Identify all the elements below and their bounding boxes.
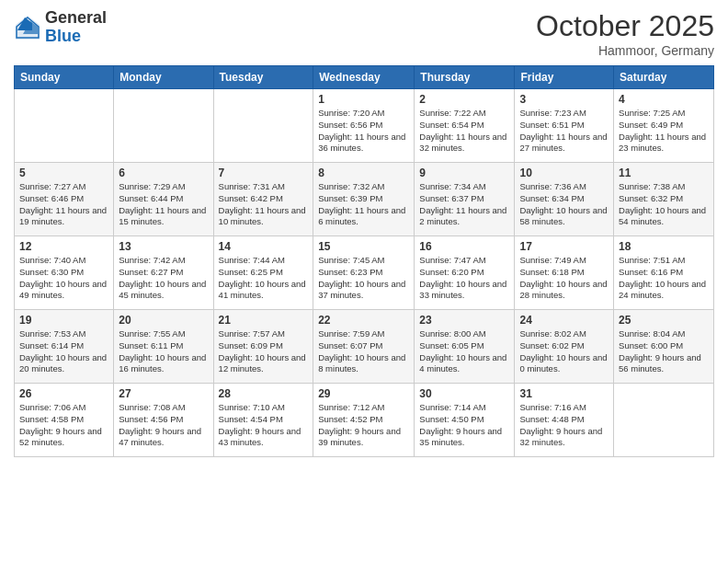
day-number: 12: [19, 240, 108, 253]
day-number: 28: [219, 387, 309, 400]
day-info: Sunrise: 7:59 AM Sunset: 6:07 PM Dayligh…: [318, 328, 409, 375]
day-cell: 25Sunrise: 8:04 AM Sunset: 6:00 PM Dayli…: [614, 310, 714, 384]
day-cell: 6Sunrise: 7:29 AM Sunset: 6:44 PM Daylig…: [114, 163, 213, 236]
day-number: 1: [318, 93, 409, 106]
day-number: 26: [19, 387, 108, 400]
day-cell: 19Sunrise: 7:53 AM Sunset: 6:14 PM Dayli…: [15, 310, 114, 384]
day-cell: 8Sunrise: 7:32 AM Sunset: 6:39 PM Daylig…: [313, 163, 415, 236]
day-cell: 15Sunrise: 7:45 AM Sunset: 6:23 PM Dayli…: [313, 236, 415, 310]
day-number: 22: [318, 314, 409, 327]
month-title: October 2025: [536, 9, 714, 43]
day-cell: 26Sunrise: 7:06 AM Sunset: 4:58 PM Dayli…: [15, 384, 114, 457]
day-number: 4: [619, 93, 709, 106]
day-cell: 4Sunrise: 7:25 AM Sunset: 6:49 PM Daylig…: [614, 89, 714, 163]
day-info: Sunrise: 7:53 AM Sunset: 6:14 PM Dayligh…: [19, 328, 108, 375]
day-cell: 24Sunrise: 8:02 AM Sunset: 6:02 PM Dayli…: [515, 310, 614, 384]
day-cell: [114, 89, 213, 163]
day-cell: [213, 89, 313, 163]
day-number: 13: [119, 240, 208, 253]
day-info: Sunrise: 7:14 AM Sunset: 4:50 PM Dayligh…: [419, 402, 509, 449]
day-cell: [15, 89, 114, 163]
day-info: Sunrise: 8:00 AM Sunset: 6:05 PM Dayligh…: [419, 328, 509, 375]
day-cell: 27Sunrise: 7:08 AM Sunset: 4:56 PM Dayli…: [114, 384, 213, 457]
day-info: Sunrise: 8:02 AM Sunset: 6:02 PM Dayligh…: [519, 328, 609, 375]
day-number: 29: [318, 387, 409, 400]
week-row-4: 19Sunrise: 7:53 AM Sunset: 6:14 PM Dayli…: [15, 310, 714, 384]
day-number: 6: [119, 167, 208, 179]
day-info: Sunrise: 7:10 AM Sunset: 4:54 PM Dayligh…: [219, 402, 309, 449]
day-number: 2: [419, 93, 509, 106]
day-cell: 18Sunrise: 7:51 AM Sunset: 6:16 PM Dayli…: [614, 236, 714, 310]
day-number: 15: [318, 240, 409, 253]
logo: General Blue: [14, 9, 107, 46]
day-info: Sunrise: 7:47 AM Sunset: 6:20 PM Dayligh…: [419, 255, 509, 302]
col-header-saturday: Saturday: [614, 66, 714, 89]
page: General Blue October 2025 Hammoor, Germa…: [0, 0, 728, 563]
day-number: 21: [219, 314, 309, 327]
day-number: 5: [19, 167, 108, 179]
day-cell: 31Sunrise: 7:16 AM Sunset: 4:48 PM Dayli…: [515, 384, 614, 457]
day-number: 19: [19, 314, 108, 327]
day-number: 30: [419, 387, 509, 400]
day-number: 9: [419, 167, 509, 179]
day-info: Sunrise: 7:34 AM Sunset: 6:37 PM Dayligh…: [419, 181, 509, 228]
day-info: Sunrise: 7:22 AM Sunset: 6:54 PM Dayligh…: [419, 108, 509, 155]
day-number: 11: [619, 167, 709, 179]
day-number: 18: [619, 240, 709, 253]
day-number: 10: [519, 167, 609, 179]
col-header-tuesday: Tuesday: [213, 66, 313, 89]
day-number: 3: [519, 93, 609, 106]
day-number: 8: [318, 167, 409, 179]
day-cell: 30Sunrise: 7:14 AM Sunset: 4:50 PM Dayli…: [415, 384, 515, 457]
day-cell: 10Sunrise: 7:36 AM Sunset: 6:34 PM Dayli…: [515, 163, 614, 236]
title-section: October 2025 Hammoor, Germany: [536, 9, 714, 58]
day-cell: [614, 384, 714, 457]
logo-icon: [14, 14, 41, 41]
day-info: Sunrise: 8:04 AM Sunset: 6:00 PM Dayligh…: [619, 328, 709, 375]
week-row-1: 1Sunrise: 7:20 AM Sunset: 6:56 PM Daylig…: [15, 89, 714, 163]
header: General Blue October 2025 Hammoor, Germa…: [14, 9, 714, 58]
day-cell: 1Sunrise: 7:20 AM Sunset: 6:56 PM Daylig…: [313, 89, 415, 163]
day-cell: 16Sunrise: 7:47 AM Sunset: 6:20 PM Dayli…: [415, 236, 515, 310]
day-info: Sunrise: 7:06 AM Sunset: 4:58 PM Dayligh…: [19, 402, 108, 449]
day-info: Sunrise: 7:31 AM Sunset: 6:42 PM Dayligh…: [219, 181, 309, 228]
day-cell: 17Sunrise: 7:49 AM Sunset: 6:18 PM Dayli…: [515, 236, 614, 310]
day-info: Sunrise: 7:27 AM Sunset: 6:46 PM Dayligh…: [19, 181, 108, 228]
day-info: Sunrise: 7:20 AM Sunset: 6:56 PM Dayligh…: [318, 108, 409, 155]
week-row-2: 5Sunrise: 7:27 AM Sunset: 6:46 PM Daylig…: [15, 163, 714, 236]
day-cell: 11Sunrise: 7:38 AM Sunset: 6:32 PM Dayli…: [614, 163, 714, 236]
day-info: Sunrise: 7:40 AM Sunset: 6:30 PM Dayligh…: [19, 255, 108, 302]
day-info: Sunrise: 7:16 AM Sunset: 4:48 PM Dayligh…: [519, 402, 609, 449]
day-info: Sunrise: 7:55 AM Sunset: 6:11 PM Dayligh…: [119, 328, 208, 375]
day-info: Sunrise: 7:49 AM Sunset: 6:18 PM Dayligh…: [519, 255, 609, 302]
day-number: 25: [619, 314, 709, 327]
day-cell: 2Sunrise: 7:22 AM Sunset: 6:54 PM Daylig…: [415, 89, 515, 163]
day-cell: 22Sunrise: 7:59 AM Sunset: 6:07 PM Dayli…: [313, 310, 415, 384]
day-number: 31: [519, 387, 609, 400]
col-header-friday: Friday: [515, 66, 614, 89]
day-info: Sunrise: 7:57 AM Sunset: 6:09 PM Dayligh…: [219, 328, 309, 375]
location: Hammoor, Germany: [536, 43, 714, 58]
day-info: Sunrise: 7:08 AM Sunset: 4:56 PM Dayligh…: [119, 402, 208, 449]
day-number: 17: [519, 240, 609, 253]
day-cell: 3Sunrise: 7:23 AM Sunset: 6:51 PM Daylig…: [515, 89, 614, 163]
day-info: Sunrise: 7:38 AM Sunset: 6:32 PM Dayligh…: [619, 181, 709, 228]
col-header-monday: Monday: [114, 66, 213, 89]
day-number: 23: [419, 314, 509, 327]
week-row-5: 26Sunrise: 7:06 AM Sunset: 4:58 PM Dayli…: [15, 384, 714, 457]
col-header-sunday: Sunday: [15, 66, 114, 89]
day-number: 16: [419, 240, 509, 253]
day-info: Sunrise: 7:12 AM Sunset: 4:52 PM Dayligh…: [318, 402, 409, 449]
week-row-3: 12Sunrise: 7:40 AM Sunset: 6:30 PM Dayli…: [15, 236, 714, 310]
day-cell: 12Sunrise: 7:40 AM Sunset: 6:30 PM Dayli…: [15, 236, 114, 310]
day-number: 27: [119, 387, 208, 400]
col-header-thursday: Thursday: [415, 66, 515, 89]
day-cell: 21Sunrise: 7:57 AM Sunset: 6:09 PM Dayli…: [213, 310, 313, 384]
day-cell: 9Sunrise: 7:34 AM Sunset: 6:37 PM Daylig…: [415, 163, 515, 236]
day-number: 7: [219, 167, 309, 179]
header-row: SundayMondayTuesdayWednesdayThursdayFrid…: [15, 66, 714, 89]
logo-blue: Blue: [45, 28, 107, 46]
day-number: 20: [119, 314, 208, 327]
day-cell: 29Sunrise: 7:12 AM Sunset: 4:52 PM Dayli…: [313, 384, 415, 457]
day-info: Sunrise: 7:25 AM Sunset: 6:49 PM Dayligh…: [619, 108, 709, 155]
